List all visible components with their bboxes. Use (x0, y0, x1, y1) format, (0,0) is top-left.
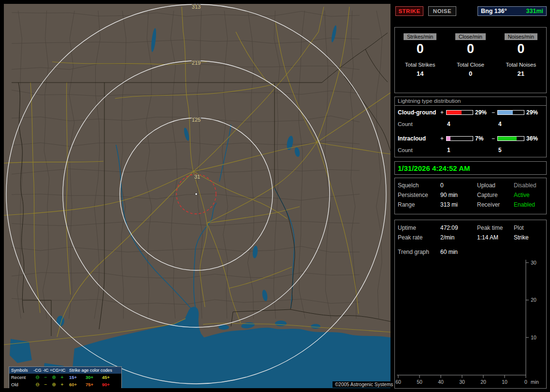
legend-age-title: Strike age color codes (69, 368, 118, 373)
cg-negative-pct: 29% (524, 109, 543, 116)
peak-rate-value: 2/min (440, 234, 477, 241)
cg-positive-bar (446, 110, 473, 115)
legend-old-label: Old (11, 382, 33, 387)
legend-col-neg-cg: -CG (33, 368, 42, 373)
neg-cg-recent-icon: ⊖ (33, 375, 42, 380)
app-window: 313 219 125 31 Symbols -CG -IC +CG +IC S… (0, 0, 550, 392)
receiver-label: Receiver (477, 201, 514, 208)
strike-mode-button[interactable]: STRIKE (395, 6, 423, 16)
svg-text:10: 10 (531, 335, 536, 340)
age-60: 60+ (69, 382, 86, 387)
intracloud-count-row: Count 1 5 (395, 146, 546, 154)
cg-positive-count: 4 (446, 121, 473, 127)
svg-text:10: 10 (502, 379, 507, 385)
uptime-value: 472:09 (440, 224, 477, 231)
trend-graph-label: Trend graph (398, 249, 440, 255)
svg-text:40: 40 (438, 379, 444, 385)
settings-panel: Squelch 0 Upload Disabled Persistence 90… (394, 178, 547, 214)
trend-graph-row: Trend graph 60 min (395, 247, 546, 257)
cloud-ground-count-row: Count 4 4 (395, 120, 546, 128)
distance-value: 331mi (526, 8, 543, 14)
pos-ic-old-icon: + (58, 382, 66, 387)
neg-ic-recent-icon: − (42, 375, 50, 380)
strikes-counter: Strikes/min 0 Total Strikes 14 (395, 32, 445, 93)
map-svg: 313 219 125 31 (4, 4, 391, 388)
total-noises-value: 21 (496, 70, 546, 77)
counters-panel: Strikes/min 0 Total Strikes 14 Close/min… (394, 27, 547, 93)
close-per-min-button[interactable]: Close/min (455, 33, 486, 40)
count-label: Count (398, 121, 440, 127)
datetime-value: 1/31/2026 4:24:52 AM (398, 164, 470, 172)
ring-label-125: 125 (192, 117, 201, 123)
ic-negative-count: 5 (497, 147, 524, 154)
neg-cg-old-icon: ⊖ (33, 382, 42, 387)
intracloud-row: Intracloud + 7% − 36% (395, 135, 546, 142)
upload-label: Upload (477, 182, 514, 189)
ring-label-313: 313 (192, 4, 201, 10)
intracloud-label: Intracloud (398, 135, 440, 142)
svg-text:20: 20 (531, 297, 536, 303)
persistence-label: Persistence (398, 192, 440, 198)
persistence-value: 90 min (440, 192, 477, 198)
svg-text:min: min (531, 379, 539, 385)
cloud-ground-label: Cloud-ground (398, 109, 440, 116)
cg-positive-pct: 29% (473, 109, 492, 116)
bearing-display: Bng 136° 331mi (478, 6, 547, 16)
age-30: 30+ (86, 375, 102, 380)
strikes-per-min-button[interactable]: Strikes/min (404, 33, 436, 40)
age-45: 45+ (102, 375, 118, 380)
pos-ic-recent-icon: + (58, 375, 66, 380)
minus-sign: − (492, 135, 497, 142)
stats-row: Uptime 472:09 Peak time Plot (395, 223, 546, 233)
ic-negative-bar (497, 136, 524, 141)
strike-legend: Symbols -CG -IC +CG +IC Strike age color… (9, 366, 122, 388)
distribution-title: Lightning type distribution (395, 97, 546, 106)
legend-col-neg-ic: -IC (42, 368, 50, 373)
ring-label-219: 219 (192, 60, 201, 66)
settings-row: Squelch 0 Upload Disabled (395, 181, 546, 190)
svg-text:60: 60 (395, 379, 401, 385)
plot-label: Plot (514, 224, 543, 231)
plus-sign: + (440, 109, 446, 116)
legend-recent-label: Recent (11, 375, 33, 380)
strikes-per-min-value: 0 (395, 42, 445, 56)
uptime-label: Uptime (398, 224, 440, 231)
noise-mode-button[interactable]: NOISE (428, 6, 456, 16)
cg-negative-count: 4 (497, 121, 524, 127)
age-75: 75+ (86, 382, 102, 387)
legend-symbols-title: Symbols (11, 368, 33, 373)
copyright-text: ©2005 Astrogenic Systems (333, 381, 395, 388)
close-counter: Close/min 0 Total Close 0 (445, 32, 495, 93)
datetime-display: 1/31/2026 4:24:52 AM (394, 161, 547, 175)
settings-row: Persistence 90 min Capture Active (395, 190, 546, 200)
receiver-status: Enabled (514, 201, 543, 208)
peak-rate-label: Peak rate (398, 234, 440, 241)
lightning-distribution-panel: Lightning type distribution Cloud-ground… (394, 97, 547, 157)
ic-positive-count: 1 (446, 147, 473, 154)
svg-text:20: 20 (480, 379, 486, 385)
legend-header: Symbols -CG -IC +CG +IC Strike age color… (9, 367, 121, 374)
cloud-ground-row: Cloud-ground + 29% − 29% (395, 109, 546, 116)
settings-row: Range 313 mi Receiver Enabled (395, 200, 546, 210)
cg-negative-bar (497, 110, 524, 115)
total-strikes-label: Total Strikes (395, 62, 445, 68)
noises-per-min-button[interactable]: Noises/min (505, 33, 537, 40)
peak-time-label: Peak time (477, 224, 514, 231)
svg-text:50: 50 (417, 379, 422, 385)
ic-positive-bar (446, 136, 473, 141)
receiver-marker (195, 193, 197, 195)
neg-ic-old-icon: − (42, 382, 50, 387)
ring-label-31: 31 (194, 174, 200, 180)
trend-graph: 3020106050403020100min (395, 257, 545, 387)
total-noises-label: Total Noises (496, 62, 546, 68)
age-90: 90+ (102, 382, 118, 387)
noises-counter: Noises/min 0 Total Noises 21 (496, 32, 546, 93)
legend-row-recent: Recent ⊖ − ⊕ + 15+ 30+ 45+ (9, 374, 121, 381)
svg-text:30: 30 (459, 379, 465, 385)
trend-graph-value: 60 min (440, 249, 477, 255)
total-close-value: 0 (445, 70, 495, 77)
range-label: Range (398, 201, 440, 208)
stats-panel: Uptime 472:09 Peak time Plot Peak rate 2… (394, 220, 547, 389)
pos-cg-old-icon: ⊕ (50, 382, 58, 387)
lightning-map[interactable]: 313 219 125 31 Symbols -CG -IC +CG +IC S… (4, 4, 391, 388)
